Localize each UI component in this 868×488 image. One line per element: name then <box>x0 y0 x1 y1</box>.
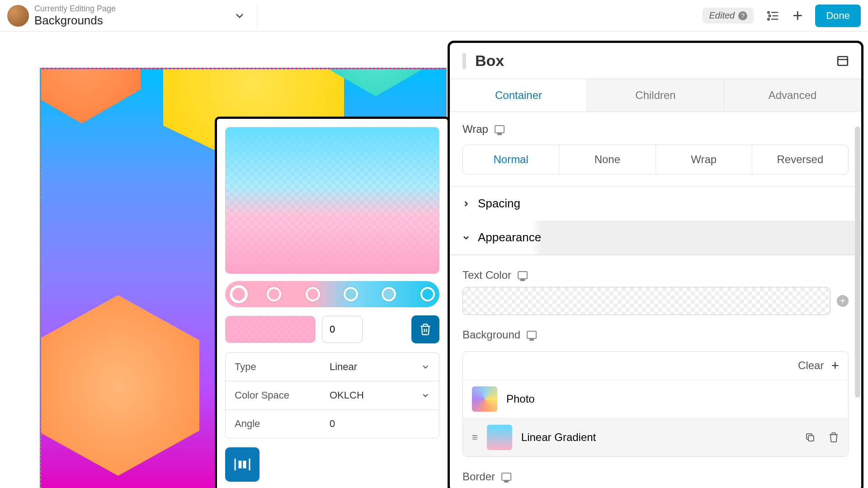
edited-label: Edited <box>709 10 735 21</box>
wrap-segmented: Normal None Wrap Reversed <box>462 145 849 174</box>
chevron-down-icon[interactable] <box>233 9 246 22</box>
page-switcher[interactable]: Currently Editing Page Backgrounds <box>34 4 116 28</box>
topbar: Currently Editing Page Backgrounds Edite… <box>0 0 868 32</box>
responsive-icon[interactable] <box>495 125 505 133</box>
layer-thumb <box>487 425 512 450</box>
gradient-editor-popover: 0 Type Linear Color Space OKLCH Angle 0 <box>215 117 450 488</box>
help-icon: ? <box>738 11 747 20</box>
delete-stop-button[interactable] <box>411 315 439 343</box>
hexagon-shape <box>330 68 421 96</box>
window-icon[interactable] <box>837 56 849 66</box>
text-color-input[interactable] <box>462 287 830 315</box>
wrap-normal[interactable]: Normal <box>463 145 559 174</box>
bg-layer-photo[interactable]: Photo <box>463 380 848 418</box>
gradient-stop[interactable] <box>382 287 396 301</box>
chevron-down-icon <box>421 391 430 400</box>
tab-container[interactable]: Container <box>450 79 587 112</box>
wrap-reversed[interactable]: Reversed <box>752 145 848 174</box>
stop-position-input[interactable]: 0 <box>322 316 363 343</box>
tab-advanced[interactable]: Advanced <box>724 79 861 112</box>
add-color-icon[interactable]: + <box>837 295 849 307</box>
gradient-colorspace-select[interactable]: Color Space OKLCH <box>226 381 439 409</box>
distribute-stops-button[interactable] <box>225 447 259 482</box>
spacing-section[interactable]: Spacing <box>450 187 861 221</box>
gradient-type-select[interactable]: Type Linear <box>226 353 439 381</box>
gradient-stop[interactable] <box>344 287 358 301</box>
chevron-down-icon <box>462 233 471 242</box>
svg-rect-12 <box>808 436 814 441</box>
stop-color-swatch[interactable] <box>225 316 316 343</box>
gradient-stop[interactable] <box>306 287 320 301</box>
layer-name: Photo <box>506 393 535 405</box>
drag-handle-icon[interactable] <box>462 53 466 69</box>
svg-point-2 <box>769 15 771 17</box>
add-background-icon[interactable]: + <box>831 358 839 373</box>
chevron-down-icon <box>421 362 430 371</box>
gradient-fields: Type Linear Color Space OKLCH Angle 0 <box>225 352 439 438</box>
appearance-section[interactable]: Appearance <box>450 221 861 255</box>
scrollbar[interactable] <box>855 127 860 398</box>
outline-icon[interactable] <box>766 9 780 23</box>
duplicate-layer-icon[interactable] <box>805 432 816 443</box>
responsive-icon[interactable] <box>527 331 537 339</box>
settings-panel: Box Container Children Advanced Wrap Nor… <box>448 41 863 488</box>
panel-tabs: Container Children Advanced <box>450 79 861 112</box>
gradient-preview[interactable] <box>225 127 439 274</box>
wrap-wrap[interactable]: Wrap <box>656 145 752 174</box>
delete-layer-icon[interactable] <box>828 432 839 443</box>
page-name: Backgrounds <box>34 14 116 28</box>
gradient-stop[interactable] <box>420 287 435 301</box>
edited-status[interactable]: Edited ? <box>703 8 754 23</box>
text-color-label: Text Color <box>450 255 861 287</box>
svg-point-0 <box>768 11 769 13</box>
text-color-field: + <box>462 287 849 315</box>
responsive-icon[interactable] <box>518 271 528 279</box>
divider <box>257 5 257 27</box>
responsive-icon[interactable] <box>501 473 511 481</box>
panel-title: Box <box>475 52 504 70</box>
panel-body: Wrap Normal None Wrap Reversed Spacing A… <box>450 112 861 488</box>
layer-name: Linear Gradient <box>521 431 596 444</box>
editing-label: Currently Editing Page <box>34 4 116 14</box>
svg-point-4 <box>768 18 769 20</box>
bg-layers-header: Clear + <box>463 352 848 380</box>
gradient-stop[interactable] <box>230 285 248 303</box>
wrap-label: Wrap <box>450 112 861 142</box>
gradient-stops-bar[interactable] <box>225 281 439 307</box>
background-label: Background <box>450 315 861 347</box>
tab-children[interactable]: Children <box>587 79 724 112</box>
background-layers: Clear + Photo ≡ Linear Gradient <box>462 351 849 457</box>
app-logo <box>7 5 29 27</box>
clear-backgrounds[interactable]: Clear <box>798 359 824 372</box>
add-icon[interactable]: + <box>793 6 802 25</box>
done-button[interactable]: Done <box>815 5 861 27</box>
drag-handle-icon[interactable]: ≡ <box>472 432 478 443</box>
svg-rect-8 <box>239 461 241 468</box>
accordion: Spacing Appearance <box>450 186 861 255</box>
hexagon-shape <box>40 295 199 476</box>
bg-layer-linear-gradient[interactable]: ≡ Linear Gradient <box>463 418 848 456</box>
svg-rect-10 <box>838 56 848 66</box>
border-label: Border <box>450 457 861 488</box>
topbar-actions: Edited ? + Done <box>703 5 861 27</box>
chevron-right-icon <box>462 199 471 208</box>
svg-rect-9 <box>244 461 245 468</box>
wrap-none[interactable]: None <box>559 145 655 174</box>
panel-header: Box <box>450 43 861 79</box>
gradient-stop[interactable] <box>267 287 281 301</box>
hexagon-shape <box>40 68 141 123</box>
layer-thumb <box>472 386 497 412</box>
gradient-angle-input[interactable]: Angle 0 <box>226 409 439 438</box>
